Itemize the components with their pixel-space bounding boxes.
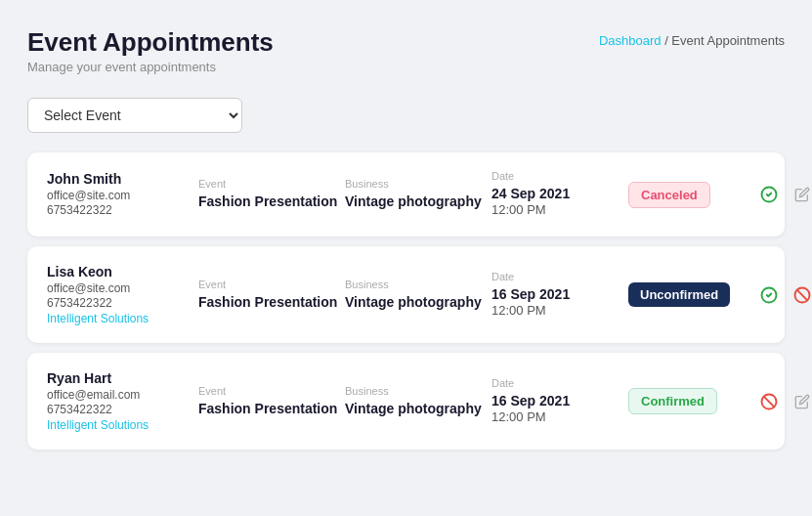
- select-event-wrapper: Select EventFashion PresentationOther Ev…: [27, 98, 785, 133]
- action-buttons: [755, 281, 812, 309]
- contact-company[interactable]: Intelligent Solutions: [47, 418, 198, 432]
- event-value: Fashion Presentation: [198, 293, 345, 311]
- date-label: Date: [491, 170, 628, 182]
- breadcrumb: Dashboard / Event Appointments: [599, 33, 785, 48]
- status-column: Unconfirmed: [628, 282, 755, 307]
- date-value: 16 Sep 2021: [491, 392, 628, 409]
- contact-name: John Smith: [47, 171, 198, 187]
- time-value: 12:00 PM: [491, 303, 628, 320]
- appointment-card: Ryan Hartoffice@email.com6753422322Intel…: [27, 353, 785, 450]
- event-label: Event: [198, 178, 345, 190]
- business-label: Business: [345, 178, 491, 190]
- contact-email: office@site.com: [47, 281, 198, 295]
- event-value: Fashion Presentation: [198, 193, 345, 210]
- breadcrumb-current: Event Appointments: [671, 33, 785, 48]
- contact-company[interactable]: Intelligent Solutions: [47, 312, 198, 325]
- date-info: Date16 Sep 202112:00 PM: [491, 271, 628, 320]
- page-title: Event Appointments: [27, 27, 274, 58]
- status-column: Confirmed: [628, 388, 755, 414]
- date-info: Date24 Sep 202112:00 PM: [491, 170, 628, 219]
- business-info: BusinessVintage photography: [345, 385, 491, 417]
- action-buttons: [755, 388, 812, 415]
- cancel-button[interactable]: [789, 281, 812, 309]
- status-badge: Confirmed: [628, 388, 717, 414]
- business-value: Vintage photography: [345, 193, 491, 210]
- event-label: Event: [198, 385, 345, 397]
- edit-button[interactable]: [789, 181, 812, 208]
- contact-email: office@email.com: [47, 388, 198, 402]
- appointment-card: Lisa Keonoffice@site.com6753422322Intell…: [27, 246, 785, 343]
- breadcrumb-dashboard-link[interactable]: Dashboard: [599, 33, 662, 48]
- confirm-button[interactable]: [755, 281, 783, 309]
- contact-phone: 6753422322: [47, 296, 198, 310]
- contact-info: Lisa Keonoffice@site.com6753422322Intell…: [47, 264, 198, 325]
- time-value: 12:00 PM: [491, 409, 628, 426]
- business-info: BusinessVintage photography: [345, 178, 491, 210]
- confirm-button[interactable]: [755, 181, 783, 208]
- business-label: Business: [345, 385, 491, 397]
- event-value: Fashion Presentation: [198, 400, 345, 417]
- time-value: 12:00 PM: [491, 202, 628, 219]
- cancel-button[interactable]: [755, 388, 783, 415]
- date-label: Date: [491, 377, 628, 389]
- event-label: Event: [198, 279, 345, 290]
- event-info: EventFashion Presentation: [198, 178, 345, 210]
- date-value: 16 Sep 2021: [491, 285, 628, 303]
- business-value: Vintage photography: [345, 400, 491, 417]
- date-info: Date16 Sep 202112:00 PM: [491, 377, 628, 426]
- appointment-card: John Smithoffice@site.com6753422322Event…: [27, 152, 785, 236]
- svg-line-5: [764, 396, 775, 407]
- contact-phone: 6753422322: [47, 203, 198, 217]
- contact-name: Ryan Hart: [47, 370, 198, 386]
- status-badge: Canceled: [628, 182, 710, 208]
- page-subtitle: Manage your event appointments: [27, 60, 274, 74]
- status-column: Canceled: [628, 182, 755, 208]
- business-info: BusinessVintage photography: [345, 279, 491, 311]
- contact-phone: 6753422322: [47, 403, 198, 416]
- business-label: Business: [345, 279, 491, 290]
- edit-button[interactable]: [789, 388, 812, 415]
- action-buttons: [755, 181, 812, 208]
- appointments-list: John Smithoffice@site.com6753422322Event…: [27, 152, 785, 450]
- contact-info: John Smithoffice@site.com6753422322: [47, 171, 198, 219]
- contact-name: Lisa Keon: [47, 264, 198, 280]
- contact-email: office@site.com: [47, 189, 198, 202]
- select-event-dropdown[interactable]: Select EventFashion PresentationOther Ev…: [27, 98, 242, 133]
- business-value: Vintage photography: [345, 293, 491, 311]
- event-info: EventFashion Presentation: [198, 279, 345, 311]
- status-badge: Unconfirmed: [628, 282, 730, 307]
- event-info: EventFashion Presentation: [198, 385, 345, 417]
- date-label: Date: [491, 271, 628, 282]
- contact-info: Ryan Hartoffice@email.com6753422322Intel…: [47, 370, 198, 432]
- date-value: 24 Sep 2021: [491, 185, 628, 202]
- svg-line-3: [797, 289, 808, 300]
